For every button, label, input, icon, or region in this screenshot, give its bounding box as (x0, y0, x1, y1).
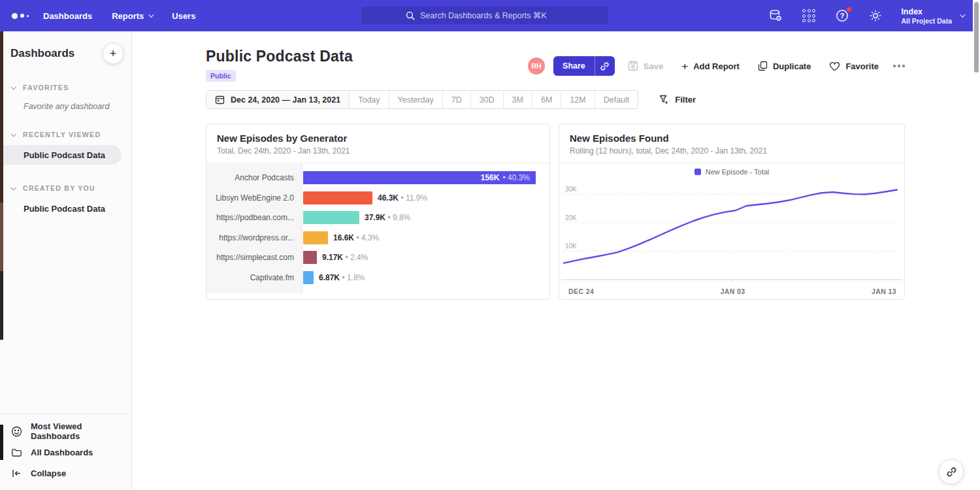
copy-icon (758, 61, 768, 71)
filter-label: Filter (675, 95, 696, 105)
bar-percent: 4.3% (356, 233, 379, 242)
section-created-by-you-label: CREATED BY YOU (23, 184, 95, 192)
help-icon[interactable]: ? (834, 8, 850, 24)
add-report-label: Add Report (693, 61, 740, 71)
sidebar-item-public-podcast-data[interactable]: Public Podcast Data (0, 145, 122, 165)
bar-value: 9.17K 2.4% (322, 253, 368, 262)
all-dashboards-button[interactable]: All Dashboards (0, 442, 131, 463)
y-tick-label: 20K (565, 214, 577, 221)
section-recently-viewed[interactable]: RECENTLY VIEWED (0, 131, 131, 139)
section-recently-viewed-label: RECENTLY VIEWED (23, 131, 101, 139)
legend-swatch (694, 169, 701, 175)
sidebar-divider (0, 414, 131, 414)
sidebar-item-public-podcast-data-2[interactable]: Public Podcast Data (0, 199, 131, 218)
collapse-label: Collapse (31, 468, 66, 478)
more-actions-button[interactable] (893, 65, 905, 67)
apps-grid-icon[interactable] (801, 8, 817, 24)
background-window-sliver (0, 203, 3, 271)
preset-default[interactable]: Default (595, 91, 638, 108)
card-new-episodes-by-generator[interactable]: New Episodes by Generator Total, Dec 24t… (206, 123, 550, 300)
bar-value: 46.3K 11.9% (378, 193, 427, 203)
project-switcher[interactable]: Index All Project Data (901, 7, 964, 25)
section-favorites-label: FAVORITES (23, 84, 69, 91)
save-button[interactable]: Save (628, 61, 663, 71)
plus-icon: + (681, 61, 688, 72)
preset-yesterday[interactable]: Yesterday (389, 91, 442, 108)
nav-item-dashboards[interactable]: Dashboards (43, 11, 92, 21)
preset-6m[interactable]: 6M (532, 91, 561, 108)
bar-row[interactable]: https://simplecast.com 9.17K 2.4% (206, 248, 549, 268)
bar-wordpress[interactable] (303, 231, 328, 244)
preset-3m[interactable]: 3M (503, 91, 532, 108)
page-title: Public Podcast Data (206, 48, 353, 65)
settings-gear-icon[interactable] (868, 8, 883, 24)
chevron-down-icon (10, 131, 16, 137)
global-search[interactable] (361, 7, 608, 24)
favorite-label: Favorite (845, 61, 879, 71)
section-created-by-you[interactable]: CREATED BY YOU (0, 184, 131, 192)
chart-subtitle: Rolling (12 hours), total, Dec 24th, 202… (570, 146, 894, 155)
vertical-scrollbar[interactable] (974, 2, 979, 73)
bar-captivate[interactable] (303, 271, 314, 284)
nav-item-users[interactable]: Users (172, 11, 195, 21)
section-favorites[interactable]: FAVORITES (0, 84, 131, 91)
dashboard-actions: RH Share Save (528, 56, 905, 76)
bar-row[interactable]: Libsyn WebEngine 2.0 46.3K 11.9% (206, 188, 549, 208)
nav-item-reports[interactable]: Reports (112, 11, 152, 21)
background-window-sliver (0, 271, 3, 340)
share-link-fab[interactable] (939, 459, 964, 484)
preset-30d[interactable]: 30D (470, 91, 503, 108)
bar-podbean[interactable] (303, 211, 359, 224)
link-icon (946, 466, 957, 478)
bar-row[interactable]: https://wordpress.or... 16.6K 4.3% (206, 228, 549, 248)
avatar[interactable]: RH (528, 57, 545, 74)
x-tick-label: JAN 03 (721, 287, 745, 295)
most-viewed-dashboards-label: Most Viewed Dashboards (31, 421, 131, 441)
chevron-down-icon (148, 12, 154, 17)
date-range-label: Dec 24, 2020 — Jan 13, 2021 (231, 95, 340, 105)
bar-row[interactable]: https://podbean.com... 37.9K 9.8% (206, 208, 549, 228)
collapse-button[interactable]: Collapse (0, 463, 131, 483)
y-tick-label: 10K (565, 242, 577, 250)
search-input[interactable] (420, 11, 564, 20)
bar-simplecast[interactable] (303, 251, 317, 264)
line-chart[interactable]: 30K 20K 10K (561, 180, 902, 285)
chart-subtitle: Total, Dec 24th, 2020 - Jan 13th, 2021 (217, 146, 539, 155)
date-range-bar: Dec 24, 2020 — Jan 13, 2021 Today Yester… (206, 90, 638, 109)
most-viewed-dashboards-button[interactable]: Most Viewed Dashboards (0, 421, 131, 442)
preset-12m[interactable]: 12M (561, 91, 594, 108)
card-new-episodes-found[interactable]: New Episodes Found Rolling (12 hours), t… (559, 123, 905, 300)
share-split-button: Share (553, 56, 615, 76)
duplicate-button[interactable]: Duplicate (758, 61, 811, 71)
favorite-button[interactable]: Favorite (829, 61, 879, 71)
bar-row[interactable]: Anchor Podcasts 156K 40.3% (206, 168, 549, 188)
bar-libsyn[interactable] (303, 191, 372, 204)
y-tick-label: 30K (565, 186, 577, 193)
add-report-button[interactable]: + Add Report (681, 61, 740, 72)
favorites-empty-text: Favorite any dashboard (24, 102, 131, 111)
date-range-picker[interactable]: Dec 24, 2020 — Jan 13, 2021 (206, 91, 349, 108)
add-dashboard-button[interactable]: + (103, 43, 123, 64)
x-tick-label: DEC 24 (568, 287, 594, 295)
chart-legend: New Episode - Total (559, 163, 904, 180)
bar-row[interactable]: Captivate.fm 6.87K 1.8% (206, 268, 549, 288)
filter-button[interactable]: Filter (659, 95, 696, 105)
bar-percent: 40.3% (502, 173, 530, 182)
copy-link-button[interactable] (595, 56, 615, 76)
project-name: Index (901, 7, 952, 17)
project-subtitle: All Project Data (901, 17, 952, 25)
filter-funnel-icon (659, 95, 669, 105)
save-label: Save (644, 61, 663, 71)
bar-anchor-podcasts[interactable]: 156K 40.3% (303, 171, 536, 184)
share-button[interactable]: Share (553, 56, 595, 76)
bar-category-label: Captivate.fm (206, 273, 302, 282)
preset-today[interactable]: Today (349, 91, 388, 108)
preset-7d[interactable]: 7D (442, 91, 470, 108)
bar-category-label: Anchor Podcasts (206, 173, 302, 182)
data-icon[interactable] (768, 8, 783, 24)
smiley-icon (11, 426, 22, 437)
app-logo[interactable] (0, 13, 43, 19)
heart-icon (829, 61, 840, 71)
background-window-sliver (0, 425, 3, 460)
search-icon (406, 11, 415, 20)
